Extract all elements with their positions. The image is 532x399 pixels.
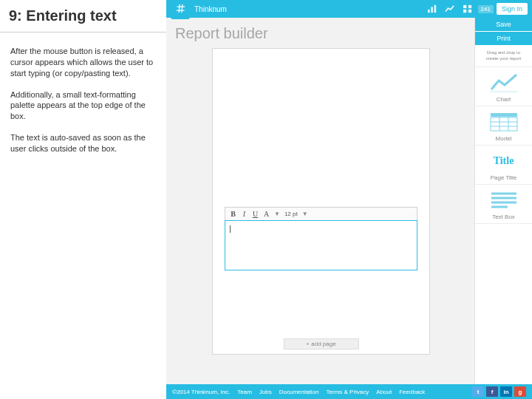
svg-rect-5 [463,10,466,13]
count-pill[interactable]: 241 [478,5,494,13]
underline-button[interactable]: U [252,210,259,218]
toolbox-hint: Drag and drop to create your report [475,46,532,67]
nav-line-icon[interactable] [443,3,457,15]
tool-chart[interactable]: Chart [475,67,532,106]
print-button[interactable]: Print [475,32,532,46]
font-color-dd-icon[interactable]: ▼ [274,211,280,217]
chart-icon [489,72,519,94]
footer-link[interactable]: Feedback [399,389,425,395]
canvas-area: Report builder B I U A ▼ 12 pt ▼ [166,18,474,399]
svg-rect-9 [491,117,517,131]
page-title: Report builder [175,25,467,42]
copyright: ©2014 Thinknum, Inc. [172,389,230,395]
save-button[interactable]: Save [475,18,532,32]
footer-link[interactable]: Team [237,389,252,395]
gplus-icon[interactable]: g [514,386,526,397]
tool-pagetitle-label: Page Title [475,174,532,181]
twitter-icon[interactable]: t [472,386,484,397]
tool-model-label: Model [475,135,532,142]
tool-textbox[interactable]: Text Box [475,185,532,224]
report-page[interactable]: B I U A ▼ 12 pt ▼ + add page [212,48,430,355]
italic-button[interactable]: I [241,210,248,218]
font-size-value[interactable]: 12 pt [284,211,298,217]
app-topbar: Thinknum 241 Sign In [166,0,532,18]
svg-rect-4 [468,5,471,8]
linkedin-icon[interactable]: in [500,386,512,397]
footer-link[interactable]: Documentation [279,389,319,395]
hash-icon [175,3,186,14]
tool-pagetitle[interactable]: Title Page Title [475,146,532,185]
font-size-dd-icon[interactable]: ▼ [302,211,308,217]
tool-model[interactable]: Model [475,106,532,146]
svg-rect-2 [434,5,436,13]
svg-rect-0 [428,10,430,13]
app-footer: ©2014 Thinknum, Inc. Team Jobs Documenta… [166,384,532,399]
textbox-icon [489,189,519,211]
tool-textbox-label: Text Box [475,214,532,220]
footer-links: Team Jobs Documentation Terms & Privacy … [237,389,425,395]
add-page-button[interactable]: + add page [283,338,358,349]
explanation-panel: 9: Entering text After the mouse button … [0,0,166,399]
tool-chart-label: Chart [475,96,532,103]
nav-chart-icon[interactable] [425,3,440,15]
svg-rect-1 [431,7,433,13]
nav-grid-icon[interactable] [460,3,475,15]
textbox-group: B I U A ▼ 12 pt ▼ [225,207,417,270]
facebook-icon[interactable]: f [486,386,498,397]
slide-title: 9: Entering text [9,7,166,24]
bold-button[interactable]: B [230,210,236,218]
svg-rect-6 [468,10,471,13]
model-icon [489,111,519,133]
footer-link[interactable]: About [376,389,392,395]
svg-rect-8 [491,113,517,117]
explain-para-3: The text is auto-saved as soon as the us… [10,132,156,154]
footer-link[interactable]: Terms & Privacy [327,389,369,395]
text-cursor [230,225,231,233]
brand-name: Thinknum [194,5,227,13]
app-screenshot: Thinknum 241 Sign In Report builder B I [166,0,532,399]
footer-link[interactable]: Jobs [259,389,272,395]
toolbox-panel: Save Print Drag and drop to create your … [474,18,532,399]
format-toolbar: B I U A ▼ 12 pt ▼ [225,207,417,220]
title-icon: Title [489,150,519,172]
explain-para-1: After the mouse button is released, a cu… [10,46,156,79]
font-color-button[interactable]: A [263,210,270,218]
explain-para-2: Additionally, a small text-formatting pa… [10,89,156,123]
svg-rect-3 [463,5,466,8]
signin-button[interactable]: Sign In [497,3,528,15]
logo-badge[interactable] [171,0,190,19]
textbox-input[interactable] [225,220,417,270]
